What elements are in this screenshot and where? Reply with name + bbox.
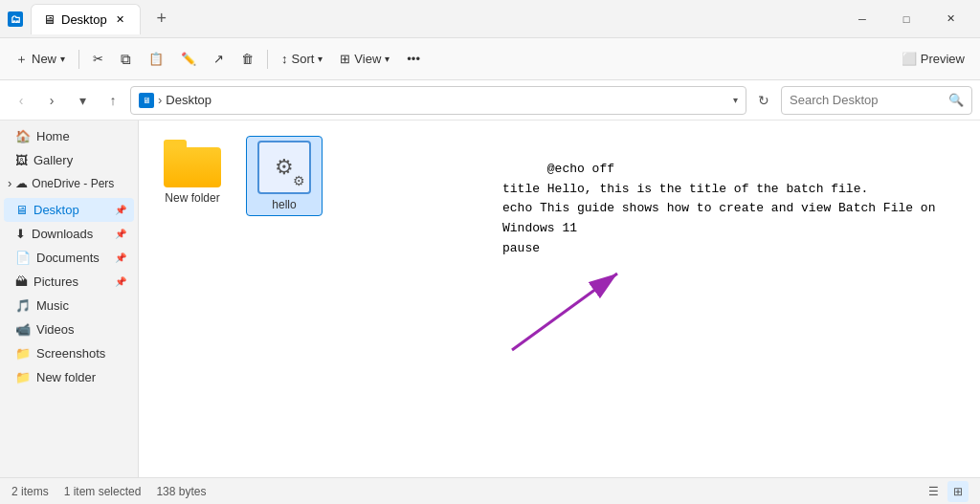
tab-close-button[interactable]: ✕: [113, 11, 128, 27]
maximize-button[interactable]: □: [884, 0, 928, 38]
window-controls: ─ □ ✕: [840, 0, 972, 38]
search-icon: 🔍: [948, 93, 964, 107]
title-bar: 🗂 🖥 Desktop ✕ + ─ □ ✕: [0, 0, 980, 38]
share-icon: ↗: [213, 52, 224, 66]
up-button[interactable]: ↑: [100, 87, 126, 114]
forward-button[interactable]: ›: [38, 87, 65, 114]
code-display: @echo off title Hello, this is the title…: [502, 140, 935, 279]
view-button[interactable]: ⊞ View ▾: [332, 47, 397, 71]
main-layout: 🏠 Home 🖼 Gallery › ☁ OneDrive - Pers 🖥 D…: [0, 121, 980, 477]
home-icon: 🏠: [15, 129, 31, 143]
address-path[interactable]: 🖥 › Desktop ▾: [130, 86, 746, 115]
sidebar-item-videos[interactable]: 📹 Videos: [4, 318, 134, 341]
tab-title: Desktop: [61, 12, 107, 27]
sort-icon: ↕: [281, 52, 288, 66]
code-line-4: Windows 11: [502, 221, 577, 235]
code-line-3: echo This guide shows how to create and …: [502, 201, 935, 215]
svg-line-1: [512, 274, 617, 350]
gallery-icon: 🖼: [15, 153, 28, 167]
more-button[interactable]: •••: [399, 47, 428, 71]
toolbar-separator-2: [267, 50, 268, 69]
sidebar-newfolder-label: New folder: [36, 370, 96, 384]
sidebar-downloads-label: Downloads: [32, 227, 93, 241]
downloads-pin-icon: 📌: [115, 229, 126, 239]
videos-icon: 📹: [15, 322, 31, 337]
sidebar-item-screenshots[interactable]: 📁 Screenshots: [4, 341, 134, 365]
sidebar-item-music[interactable]: 🎵 Music: [4, 294, 134, 318]
code-line-5: pause: [502, 241, 540, 255]
sidebar-videos-label: Videos: [36, 322, 75, 337]
folder-tab: [164, 140, 187, 147]
close-button[interactable]: ✕: [928, 0, 972, 38]
batch-file-icon: ⚙ ⚙: [257, 141, 311, 194]
code-line-1: @echo off: [547, 162, 614, 176]
preview-button[interactable]: ⬜ Preview: [894, 47, 972, 71]
new-dropdown-icon: ▾: [60, 54, 65, 64]
sidebar-item-documents[interactable]: 📄 Documents 📌: [4, 246, 134, 270]
address-bar: ‹ › ▾ ↑ 🖥 › Desktop ▾ ↻ 🔍: [0, 80, 980, 121]
share-button[interactable]: ↗: [206, 47, 232, 71]
sidebar: 🏠 Home 🖼 Gallery › ☁ OneDrive - Pers 🖥 D…: [0, 121, 139, 477]
paste-icon: 📋: [148, 52, 164, 66]
pin-icon: 📌: [115, 205, 126, 215]
new-tab-button[interactable]: +: [148, 6, 175, 33]
refresh-button[interactable]: ↻: [750, 87, 777, 114]
file-item-hello[interactable]: ⚙ ⚙ hello: [246, 136, 323, 216]
sidebar-pictures-label: Pictures: [33, 274, 78, 289]
sidebar-onedrive-label: OneDrive - Pers: [32, 177, 114, 190]
music-icon: 🎵: [15, 298, 31, 313]
sidebar-item-onedrive[interactable]: › ☁ OneDrive - Pers: [0, 172, 138, 194]
search-input[interactable]: [790, 93, 945, 107]
sidebar-item-gallery[interactable]: 🖼 Gallery: [4, 148, 134, 172]
sidebar-item-downloads[interactable]: ⬇ Downloads 📌: [4, 222, 134, 246]
grid-view-button[interactable]: ⊞: [947, 481, 969, 502]
gear-icon: ⚙: [275, 155, 294, 180]
sidebar-item-pictures[interactable]: 🏔 Pictures 📌: [4, 270, 134, 294]
copy-button[interactable]: ⧉: [113, 46, 139, 73]
code-line-2: title Hello, this is the title of the ba…: [502, 182, 868, 196]
new-button[interactable]: ＋ New ▾: [8, 46, 73, 73]
sidebar-item-newfolder[interactable]: 📁 New folder: [4, 365, 134, 389]
copy-icon: ⧉: [121, 51, 131, 68]
folder-icon: [164, 140, 221, 187]
sort-button[interactable]: ↕ Sort ▾: [274, 47, 330, 71]
new-icon: ＋: [15, 51, 28, 68]
sidebar-desktop-label: Desktop: [33, 203, 79, 217]
rename-button[interactable]: ✏️: [173, 47, 204, 71]
delete-button[interactable]: 🗑: [234, 47, 261, 71]
sidebar-item-home[interactable]: 🏠 Home: [4, 124, 134, 148]
history-dropdown-button[interactable]: ▾: [69, 87, 96, 114]
sort-dropdown-icon: ▾: [318, 54, 323, 64]
sidebar-item-desktop[interactable]: 🖥 Desktop 📌: [4, 198, 134, 222]
rename-icon: ✏️: [181, 52, 196, 66]
screenshots-icon: 📁: [15, 346, 31, 361]
paste-button[interactable]: 📋: [141, 47, 171, 71]
tab-desktop[interactable]: 🖥 Desktop ✕: [31, 4, 141, 34]
documents-icon: 📄: [15, 251, 31, 265]
path-dropdown-icon: ▾: [733, 95, 738, 105]
folder-body: [164, 147, 221, 187]
status-bar: 2 items 1 item selected 138 bytes ☰ ⊞: [0, 477, 980, 504]
back-button[interactable]: ‹: [8, 87, 34, 114]
expand-icon: ›: [8, 176, 11, 190]
preview-pane-icon: ⬜: [902, 52, 917, 66]
newfolder-sidebar-icon: 📁: [15, 370, 31, 384]
sidebar-home-label: Home: [36, 129, 70, 143]
sidebar-music-label: Music: [36, 298, 69, 313]
view-icon: ⊞: [340, 52, 350, 66]
view-dropdown-icon: ▾: [385, 54, 390, 64]
preview-label: Preview: [921, 52, 965, 66]
file-size: 138 bytes: [156, 485, 206, 498]
documents-pin-icon: 📌: [115, 252, 126, 263]
delete-icon: 🗑: [241, 52, 254, 66]
file-item-new-folder[interactable]: New folder: [154, 136, 231, 216]
view-label: View: [354, 52, 381, 66]
path-folder-icon: 🖥: [139, 93, 154, 108]
item-count: 2 items: [11, 485, 49, 498]
cut-button[interactable]: ✂: [85, 47, 111, 71]
list-view-button[interactable]: ☰: [923, 481, 944, 502]
search-box[interactable]: 🔍: [781, 86, 972, 115]
onedrive-icon: ☁: [15, 176, 28, 190]
hello-file-label: hello: [272, 198, 296, 211]
minimize-button[interactable]: ─: [840, 0, 884, 38]
